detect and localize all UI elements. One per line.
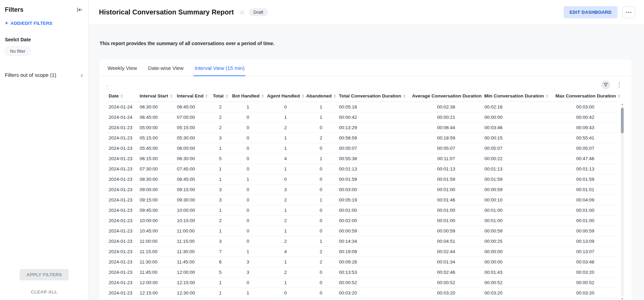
table-cell: 00:01:00 (553, 205, 617, 216)
sort-icon[interactable] (334, 94, 336, 98)
table-cell: 2024-01-23 (107, 226, 138, 236)
table-cell: 00:01:34 (410, 257, 482, 267)
tab-interval-view-15-min[interactable]: Interval View (15 min) (193, 59, 245, 76)
filters-out-of-scope-label: Filters out of scope (1) (5, 72, 56, 78)
sort-icon[interactable] (170, 94, 172, 98)
sort-icon[interactable] (262, 94, 264, 98)
table-filter-button[interactable] (601, 80, 610, 89)
table-cell: 00:03:20 (553, 267, 617, 278)
sort-icon[interactable] (205, 94, 208, 98)
table-cell: 00:18:59 (410, 133, 482, 143)
table-cell: 00:01:13 (482, 164, 553, 174)
table-row: 2024-01-2312:45:0013:00:00330002:06:1100… (107, 298, 617, 300)
table-cell: 00:09:43 (553, 123, 617, 133)
table-cell: 00:03:00 (553, 102, 617, 112)
table-row: 2024-01-2311:15:0011:30:00714200:19:0900… (107, 247, 617, 257)
table-cell: 2 (266, 267, 305, 278)
table-cell: 0 (230, 123, 266, 133)
column-label: Average Conversation Duration (412, 93, 482, 99)
clear-all-button[interactable]: CLEAR ALL (0, 289, 88, 294)
filters-out-of-scope-row[interactable]: Filters out of scope (1) › (5, 72, 83, 78)
tab-weekly-view[interactable]: Weekly View (107, 59, 138, 76)
star-icon[interactable]: ☆ (239, 9, 245, 16)
table-cell: 3 (230, 298, 266, 300)
column-header-min-conversation-duration[interactable]: Min Conversation Duration (482, 91, 553, 102)
table-cell: 0 (305, 174, 337, 185)
column-header-agent-handled[interactable]: Agent Handled (266, 91, 305, 102)
scrollbar-track[interactable] (621, 106, 624, 297)
table-cell: 2024-01-23 (107, 288, 138, 298)
report-content: This report provides the summary of all … (89, 25, 644, 300)
column-header-average-conversation-duration[interactable]: Average Conversation Duration (410, 91, 482, 102)
table-cell: 1 (211, 143, 230, 154)
table-cell: 00:01:59 (553, 174, 617, 185)
table-cell: 06:45:00 (138, 112, 175, 123)
table-cell: 00:13:09 (553, 236, 617, 247)
sort-icon[interactable] (403, 94, 405, 98)
table-cell: 00:03:00 (337, 185, 410, 195)
table-cell: 2024-01-24 (107, 102, 138, 112)
scroll-down-icon[interactable]: ▼ (621, 298, 624, 300)
table-row: 2024-01-2309:15:0009:30:00302100:05:1900… (107, 195, 617, 205)
scrollbar-thumb[interactable] (621, 108, 624, 133)
table-cell: 2024-01-23 (107, 123, 138, 133)
table-cell: 00:03:48 (553, 257, 617, 267)
table-cell: 07:30:00 (138, 164, 175, 174)
table-cell: 2 (305, 247, 337, 257)
column-label: Date (109, 93, 119, 99)
table-cell: 00:03:20 (337, 288, 410, 298)
table-cell: 1 (211, 278, 230, 288)
table-cell: 1 (230, 288, 266, 298)
table-cell: 00:00:22 (482, 154, 553, 164)
sort-icon[interactable] (302, 94, 304, 98)
table-cell: 00:05:07 (337, 143, 410, 154)
column-header-bot-handled[interactable]: Bot Handled (230, 91, 266, 102)
table-cell: 1 (211, 226, 230, 236)
add-edit-filters-button[interactable]: + ADD/EDIT FILTERS (5, 20, 83, 26)
column-header-interval-start[interactable]: Interval Start (138, 91, 175, 102)
table-row: 2024-01-2309:45:0010:00:00101000:01:0000… (107, 205, 617, 216)
table-title: . (107, 82, 108, 87)
table-cell: 00:01:00 (553, 216, 617, 226)
column-header-total-conversation-duration[interactable]: Total Conversation Duration (337, 91, 410, 102)
table-cell: 00:00:42 (553, 112, 617, 123)
table-cell: 00:01:00 (410, 185, 482, 195)
conversations-table: DateInterval StartInterval EndTotalBot H… (107, 91, 617, 300)
table-cell: 00:05:07 (482, 143, 553, 154)
table-cell: 2 (266, 195, 305, 205)
table-cell: 07:00:00 (175, 112, 211, 123)
table-cell: 05:00:00 (138, 123, 175, 133)
tab-date-wise-view[interactable]: Date-wise View (147, 59, 184, 76)
table-cell: 11:45:00 (138, 267, 175, 278)
table-cell: 00:00:25 (482, 236, 553, 247)
more-options-button[interactable]: ⋯ (622, 7, 635, 18)
sort-icon[interactable] (546, 94, 548, 98)
table-cell: 08:45:00 (175, 174, 211, 185)
table-cell: 12:00:00 (138, 278, 175, 288)
column-header-total[interactable]: Total (211, 91, 230, 102)
scroll-up-icon[interactable]: ▲ (621, 103, 624, 105)
table-cell: 10:00:00 (138, 216, 175, 226)
sort-icon[interactable] (226, 94, 228, 98)
table-cell: 00:01:13 (553, 164, 617, 174)
no-filter-chip[interactable]: No filter (5, 46, 31, 56)
table-scrollbar[interactable]: ▲ ▼ (621, 103, 624, 300)
table-cell: 0 (305, 226, 337, 236)
sort-icon[interactable] (121, 94, 123, 98)
column-header-interval-end[interactable]: Interval End (175, 91, 211, 102)
status-badge: Draft (249, 8, 268, 16)
table-row: 2024-01-2306:15:0006:30:00504100:55:3800… (107, 154, 617, 164)
table-cell: 00:00:00 (482, 112, 553, 123)
edit-dashboard-button[interactable]: EDIT DASHBOARD (564, 6, 617, 18)
table-cell: 1 (266, 164, 305, 174)
column-header-abandoned[interactable]: Abandoned (305, 91, 337, 102)
table-cell: 2 (211, 102, 230, 112)
collapse-sidebar-icon[interactable] (77, 7, 83, 12)
table-cell: 00:05:07 (410, 143, 482, 154)
column-header-max-conversation-duration[interactable]: Max Conversation Duration (553, 91, 617, 102)
table-cell: 00:47:46 (553, 154, 617, 164)
kebab-icon[interactable]: ⋮ (615, 81, 623, 89)
sort-icon[interactable] (618, 94, 620, 98)
column-header-date[interactable]: Date (107, 91, 138, 102)
apply-filters-button[interactable]: APPLY FILTERS (20, 269, 69, 280)
